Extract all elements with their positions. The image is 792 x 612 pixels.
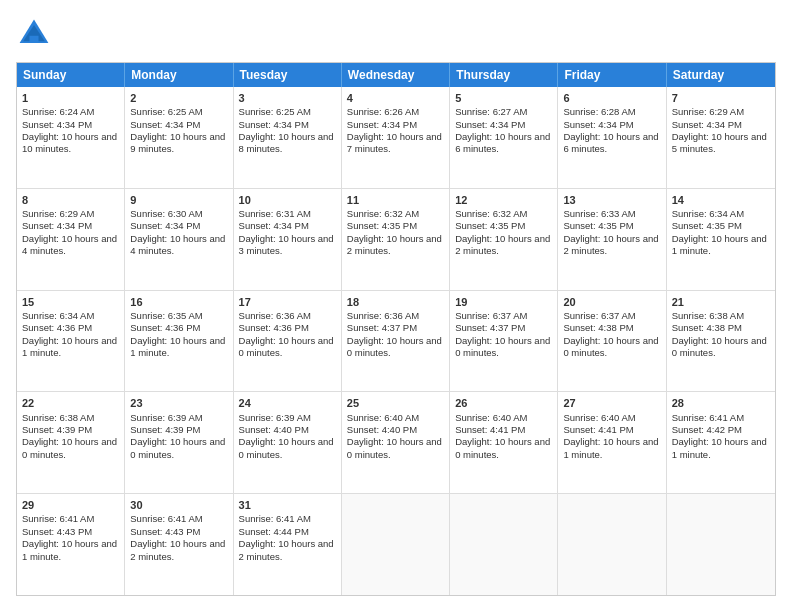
sunrise-text: Sunrise: 6:41 AM xyxy=(22,513,94,524)
sunset-text: Sunset: 4:41 PM xyxy=(455,424,525,435)
day-number: 2 xyxy=(130,91,227,105)
calendar-cell-day-22: 22Sunrise: 6:38 AMSunset: 4:39 PMDayligh… xyxy=(17,392,125,493)
sunrise-text: Sunrise: 6:24 AM xyxy=(22,106,94,117)
sunrise-text: Sunrise: 6:37 AM xyxy=(563,310,635,321)
sunset-text: Sunset: 4:39 PM xyxy=(130,424,200,435)
sunset-text: Sunset: 4:44 PM xyxy=(239,526,309,537)
sunrise-text: Sunrise: 6:35 AM xyxy=(130,310,202,321)
sunset-text: Sunset: 4:35 PM xyxy=(672,220,742,231)
daylight-text: Daylight: 10 hours and 0 minutes. xyxy=(239,436,334,459)
day-number: 13 xyxy=(563,193,660,207)
calendar-cell-day-5: 5Sunrise: 6:27 AMSunset: 4:34 PMDaylight… xyxy=(450,87,558,188)
sunset-text: Sunset: 4:34 PM xyxy=(455,119,525,130)
calendar-cell-day-17: 17Sunrise: 6:36 AMSunset: 4:36 PMDayligh… xyxy=(234,291,342,392)
sunrise-text: Sunrise: 6:38 AM xyxy=(672,310,744,321)
sunrise-text: Sunrise: 6:41 AM xyxy=(672,412,744,423)
sunset-text: Sunset: 4:34 PM xyxy=(672,119,742,130)
calendar-cell-day-7: 7Sunrise: 6:29 AMSunset: 4:34 PMDaylight… xyxy=(667,87,775,188)
sunset-text: Sunset: 4:34 PM xyxy=(239,220,309,231)
day-number: 7 xyxy=(672,91,770,105)
day-number: 12 xyxy=(455,193,552,207)
header-day-tuesday: Tuesday xyxy=(234,63,342,87)
daylight-text: Daylight: 10 hours and 0 minutes. xyxy=(130,436,225,459)
daylight-text: Daylight: 10 hours and 7 minutes. xyxy=(347,131,442,154)
calendar-cell-day-16: 16Sunrise: 6:35 AMSunset: 4:36 PMDayligh… xyxy=(125,291,233,392)
sunrise-text: Sunrise: 6:38 AM xyxy=(22,412,94,423)
daylight-text: Daylight: 10 hours and 0 minutes. xyxy=(239,335,334,358)
calendar-cell-day-20: 20Sunrise: 6:37 AMSunset: 4:38 PMDayligh… xyxy=(558,291,666,392)
svg-rect-2 xyxy=(30,36,39,43)
header xyxy=(16,16,776,52)
calendar-cell-day-21: 21Sunrise: 6:38 AMSunset: 4:38 PMDayligh… xyxy=(667,291,775,392)
calendar-cell-day-18: 18Sunrise: 6:36 AMSunset: 4:37 PMDayligh… xyxy=(342,291,450,392)
sunrise-text: Sunrise: 6:40 AM xyxy=(455,412,527,423)
sunset-text: Sunset: 4:40 PM xyxy=(347,424,417,435)
sunrise-text: Sunrise: 6:30 AM xyxy=(130,208,202,219)
sunrise-text: Sunrise: 6:32 AM xyxy=(455,208,527,219)
sunrise-text: Sunrise: 6:36 AM xyxy=(347,310,419,321)
calendar-week-3: 15Sunrise: 6:34 AMSunset: 4:36 PMDayligh… xyxy=(17,291,775,393)
daylight-text: Daylight: 10 hours and 0 minutes. xyxy=(22,436,117,459)
sunset-text: Sunset: 4:37 PM xyxy=(347,322,417,333)
sunrise-text: Sunrise: 6:29 AM xyxy=(672,106,744,117)
calendar-cell-day-30: 30Sunrise: 6:41 AMSunset: 4:43 PMDayligh… xyxy=(125,494,233,595)
sunset-text: Sunset: 4:34 PM xyxy=(130,119,200,130)
daylight-text: Daylight: 10 hours and 6 minutes. xyxy=(455,131,550,154)
daylight-text: Daylight: 10 hours and 1 minute. xyxy=(130,335,225,358)
calendar-cell-day-14: 14Sunrise: 6:34 AMSunset: 4:35 PMDayligh… xyxy=(667,189,775,290)
calendar-cell-day-9: 9Sunrise: 6:30 AMSunset: 4:34 PMDaylight… xyxy=(125,189,233,290)
sunset-text: Sunset: 4:42 PM xyxy=(672,424,742,435)
calendar-cell-day-6: 6Sunrise: 6:28 AMSunset: 4:34 PMDaylight… xyxy=(558,87,666,188)
sunset-text: Sunset: 4:34 PM xyxy=(130,220,200,231)
calendar-cell-empty xyxy=(342,494,450,595)
calendar-cell-day-1: 1Sunrise: 6:24 AMSunset: 4:34 PMDaylight… xyxy=(17,87,125,188)
calendar-cell-day-13: 13Sunrise: 6:33 AMSunset: 4:35 PMDayligh… xyxy=(558,189,666,290)
calendar-cell-day-11: 11Sunrise: 6:32 AMSunset: 4:35 PMDayligh… xyxy=(342,189,450,290)
daylight-text: Daylight: 10 hours and 0 minutes. xyxy=(347,436,442,459)
daylight-text: Daylight: 10 hours and 1 minute. xyxy=(672,233,767,256)
calendar-cell-day-3: 3Sunrise: 6:25 AMSunset: 4:34 PMDaylight… xyxy=(234,87,342,188)
sunrise-text: Sunrise: 6:26 AM xyxy=(347,106,419,117)
day-number: 28 xyxy=(672,396,770,410)
header-day-sunday: Sunday xyxy=(17,63,125,87)
sunrise-text: Sunrise: 6:36 AM xyxy=(239,310,311,321)
day-number: 23 xyxy=(130,396,227,410)
logo-icon xyxy=(16,16,52,52)
calendar-cell-day-10: 10Sunrise: 6:31 AMSunset: 4:34 PMDayligh… xyxy=(234,189,342,290)
calendar-cell-day-26: 26Sunrise: 6:40 AMSunset: 4:41 PMDayligh… xyxy=(450,392,558,493)
daylight-text: Daylight: 10 hours and 0 minutes. xyxy=(455,436,550,459)
daylight-text: Daylight: 10 hours and 2 minutes. xyxy=(455,233,550,256)
day-number: 22 xyxy=(22,396,119,410)
day-number: 24 xyxy=(239,396,336,410)
sunset-text: Sunset: 4:34 PM xyxy=(563,119,633,130)
logo xyxy=(16,16,56,52)
daylight-text: Daylight: 10 hours and 10 minutes. xyxy=(22,131,117,154)
sunrise-text: Sunrise: 6:40 AM xyxy=(563,412,635,423)
sunset-text: Sunset: 4:34 PM xyxy=(239,119,309,130)
sunrise-text: Sunrise: 6:41 AM xyxy=(130,513,202,524)
daylight-text: Daylight: 10 hours and 8 minutes. xyxy=(239,131,334,154)
sunset-text: Sunset: 4:35 PM xyxy=(347,220,417,231)
day-number: 15 xyxy=(22,295,119,309)
calendar-cell-day-15: 15Sunrise: 6:34 AMSunset: 4:36 PMDayligh… xyxy=(17,291,125,392)
sunrise-text: Sunrise: 6:33 AM xyxy=(563,208,635,219)
day-number: 8 xyxy=(22,193,119,207)
daylight-text: Daylight: 10 hours and 1 minute. xyxy=(22,538,117,561)
calendar-week-2: 8Sunrise: 6:29 AMSunset: 4:34 PMDaylight… xyxy=(17,189,775,291)
calendar-week-1: 1Sunrise: 6:24 AMSunset: 4:34 PMDaylight… xyxy=(17,87,775,189)
sunset-text: Sunset: 4:43 PM xyxy=(22,526,92,537)
daylight-text: Daylight: 10 hours and 0 minutes. xyxy=(563,335,658,358)
daylight-text: Daylight: 10 hours and 4 minutes. xyxy=(22,233,117,256)
calendar-cell-empty xyxy=(558,494,666,595)
sunrise-text: Sunrise: 6:31 AM xyxy=(239,208,311,219)
day-number: 1 xyxy=(22,91,119,105)
header-day-saturday: Saturday xyxy=(667,63,775,87)
sunrise-text: Sunrise: 6:32 AM xyxy=(347,208,419,219)
sunset-text: Sunset: 4:34 PM xyxy=(22,220,92,231)
sunrise-text: Sunrise: 6:28 AM xyxy=(563,106,635,117)
day-number: 20 xyxy=(563,295,660,309)
calendar-cell-day-4: 4Sunrise: 6:26 AMSunset: 4:34 PMDaylight… xyxy=(342,87,450,188)
day-number: 16 xyxy=(130,295,227,309)
daylight-text: Daylight: 10 hours and 0 minutes. xyxy=(672,335,767,358)
sunset-text: Sunset: 4:36 PM xyxy=(239,322,309,333)
